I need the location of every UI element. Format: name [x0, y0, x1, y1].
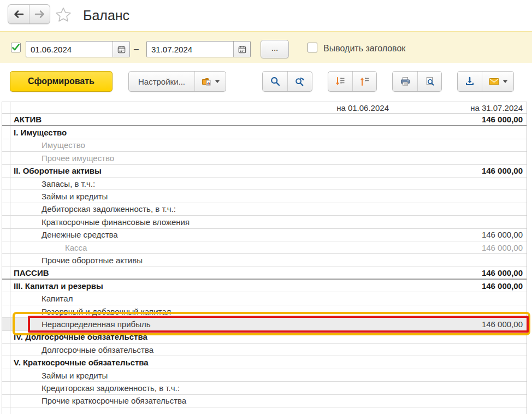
show-header-checkbox[interactable]	[308, 43, 317, 52]
table-row[interactable]: III. Капитал и резервы 146 000,00	[2, 280, 527, 292]
date-to-calendar-button[interactable]	[233, 42, 250, 57]
row-label[interactable]: Запасы, в т.ч.:	[10, 179, 283, 188]
row-label[interactable]: Кредиторская задолженность, в т.ч.:	[10, 383, 283, 393]
find-button[interactable]	[263, 72, 287, 91]
row-gutter[interactable]	[2, 280, 10, 292]
row-label[interactable]: Дебиторская задолженность, в т.ч.:	[10, 204, 283, 214]
row-gutter[interactable]	[2, 152, 10, 164]
row-label[interactable]: Денежные средства	[10, 230, 283, 239]
row-gutter[interactable]	[2, 395, 10, 407]
generate-button[interactable]: Сформировать	[10, 71, 113, 92]
row-label[interactable]: II. Оборотные активы	[10, 166, 283, 175]
row-label[interactable]: Займы и кредиты	[10, 371, 283, 380]
table-row[interactable]: АКТИВ 146 000,00	[2, 114, 527, 126]
table-row[interactable]: Резервный и добавочный капитал	[2, 305, 527, 318]
row-value-col2[interactable]: 146 000,00	[392, 166, 527, 175]
date-from-field[interactable]: 01.06.2024	[26, 41, 130, 57]
table-row[interactable]: Дебиторская задолженность, в т.ч.:	[2, 203, 527, 216]
row-gutter[interactable]	[2, 165, 10, 177]
row-label[interactable]: Долгосрочные обязательства	[10, 345, 283, 354]
row-gutter[interactable]	[2, 126, 10, 138]
table-row[interactable]: V. Краткосрочные обязательства	[2, 356, 527, 369]
row-gutter[interactable]	[2, 382, 10, 394]
table-row[interactable]: Краткосрочные финансовые вложения	[2, 216, 527, 228]
report-variants-button[interactable]	[194, 72, 226, 91]
date-to-field[interactable]: 31.07.2024	[146, 41, 251, 57]
row-label[interactable]: АКТИВ	[10, 115, 283, 124]
column-header-1[interactable]: на 01.06.2024	[283, 103, 392, 113]
row-gutter[interactable]	[2, 241, 10, 253]
back-button[interactable]	[8, 5, 29, 23]
table-row[interactable]: IV. Долгосрочные обязательства	[2, 331, 527, 344]
table-row[interactable]: Капитал	[2, 292, 527, 305]
table-row[interactable]: Займы и кредиты	[2, 190, 527, 203]
row-gutter[interactable]	[2, 139, 10, 151]
row-gutter[interactable]	[2, 305, 10, 317]
row-label[interactable]: III. Капитал и резервы	[10, 281, 283, 291]
table-row[interactable]: Касса 146 000,00	[2, 241, 527, 254]
table-row[interactable]: Кредиторская задолженность, в т.ч.:	[2, 382, 527, 394]
row-gutter[interactable]	[2, 344, 10, 356]
table-row[interactable]: Имущество	[2, 139, 527, 152]
row-label[interactable]: IV. Долгосрочные обязательства	[10, 332, 283, 341]
table-row[interactable]: Запасы, в т.ч.:	[2, 178, 527, 190]
table-row[interactable]: Прочие оборотные активы	[2, 254, 527, 267]
send-email-button[interactable]	[482, 72, 513, 91]
row-label[interactable]: Капитал	[10, 294, 283, 303]
settings-button[interactable]: Настройки...	[129, 72, 194, 91]
table-row[interactable]: Долгосрочные обязательства	[2, 344, 527, 356]
table-row[interactable]: Нераспределенная прибыль 146 000,00	[2, 318, 527, 330]
row-label[interactable]: ПАССИВ	[10, 268, 283, 277]
row-label[interactable]: I. Имущество	[10, 128, 283, 137]
row-value-col2[interactable]: 146 000,00	[392, 243, 527, 252]
row-gutter[interactable]	[2, 356, 10, 368]
row-label[interactable]: Займы и кредиты	[10, 192, 283, 201]
row-value-col2[interactable]: 146 000,00	[392, 281, 527, 291]
row-gutter[interactable]	[2, 254, 10, 266]
print-button[interactable]	[393, 72, 417, 91]
row-gutter[interactable]	[2, 292, 10, 304]
table-row[interactable]: II. Оборотные активы 146 000,00	[2, 165, 527, 178]
table-row[interactable]: ПАССИВ 146 000,00	[2, 267, 527, 280]
row-gutter[interactable]	[2, 369, 10, 381]
collapse-groups-button[interactable]	[352, 72, 376, 91]
save-button[interactable]	[458, 72, 482, 91]
row-label[interactable]: Прочее имущество	[10, 153, 283, 163]
row-gutter[interactable]	[2, 318, 10, 330]
row-gutter[interactable]	[2, 216, 10, 228]
column-header-2[interactable]: на 31.07.2024	[392, 103, 527, 113]
date-from-value[interactable]: 01.06.2024	[26, 42, 113, 57]
table-row[interactable]: Прочее имущество	[2, 152, 527, 164]
row-value-col2[interactable]: 146 000,00	[392, 320, 527, 329]
row-gutter[interactable]	[2, 102, 10, 113]
find-next-button[interactable]	[287, 72, 312, 91]
forward-button[interactable]	[29, 5, 50, 23]
row-value-col2[interactable]: 146 000,00	[392, 230, 527, 239]
row-label[interactable]: Касса	[10, 243, 283, 252]
table-header-row[interactable]: на 01.06.2024 на 31.07.2024	[2, 102, 527, 114]
date-from-calendar-button[interactable]	[113, 42, 129, 57]
favorite-star-icon[interactable]	[55, 6, 72, 23]
row-gutter[interactable]	[2, 203, 10, 215]
table-row[interactable]: Денежные средства 146 000,00	[2, 229, 527, 241]
row-label[interactable]: Прочие краткосрочные обязательства	[10, 396, 283, 405]
row-label[interactable]: Прочие оборотные активы	[10, 256, 283, 265]
row-label[interactable]: Резервный и добавочный капитал	[10, 307, 283, 316]
table-row[interactable]: I. Имущество	[2, 126, 527, 139]
row-value-col2[interactable]: 146 000,00	[392, 268, 527, 277]
row-gutter[interactable]	[2, 178, 10, 190]
row-gutter[interactable]	[2, 114, 10, 125]
period-options-button[interactable]: ...	[261, 40, 289, 58]
row-value-col2[interactable]: 146 000,00	[392, 115, 527, 124]
date-to-value[interactable]: 31.07.2024	[147, 42, 233, 57]
row-gutter[interactable]	[2, 229, 10, 241]
row-label[interactable]: V. Краткосрочные обязательства	[10, 358, 283, 367]
row-gutter[interactable]	[2, 190, 10, 202]
row-gutter[interactable]	[2, 331, 10, 343]
expand-groups-button[interactable]	[328, 72, 352, 91]
period-checkbox[interactable]	[11, 43, 21, 52]
table-row[interactable]: Займы и кредиты	[2, 369, 527, 382]
row-label[interactable]: Нераспределенная прибыль	[10, 320, 283, 329]
row-gutter[interactable]	[2, 267, 10, 279]
print-preview-button[interactable]	[417, 72, 441, 91]
